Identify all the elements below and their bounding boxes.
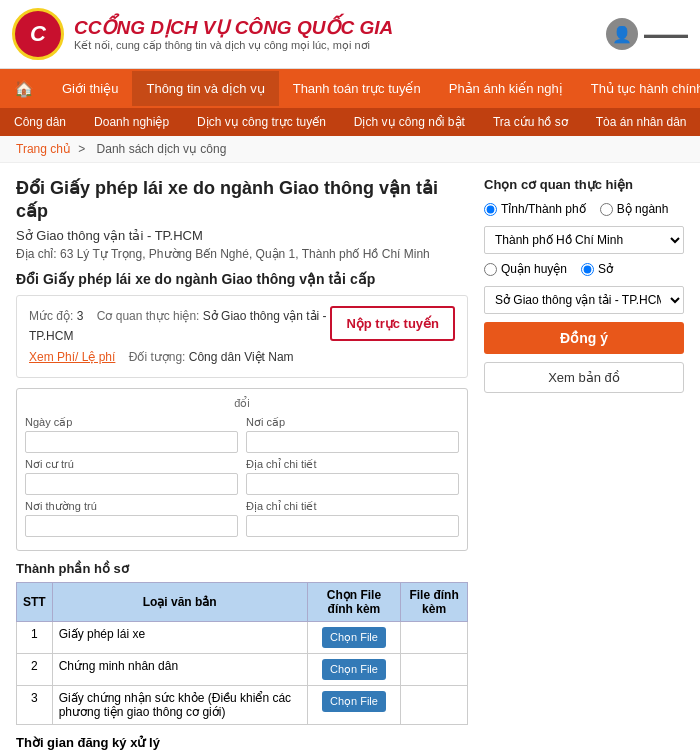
right-panel: Chọn cơ quan thực hiện Tỉnh/Thành phố Bộ… xyxy=(484,177,684,750)
nav-dich-vu-nb[interactable]: Dịch vụ công nổi bật xyxy=(340,108,479,136)
chon-file-btn-3[interactable]: Chọn File xyxy=(322,691,386,712)
nav-cong-dan[interactable]: Công dân xyxy=(0,108,80,136)
title-italic: C xyxy=(74,17,88,38)
th-loai: Loại văn bản xyxy=(52,582,307,621)
nav-primary: 🏠 Giới thiệu Thông tin và dịch vụ Thanh … xyxy=(0,69,700,108)
quan-so-group: Quận huyện Sở xyxy=(484,262,684,276)
noi-thuong-tru-field: Nơi thường trú xyxy=(25,500,238,537)
noi-cu-tru-field: Nơi cư trú xyxy=(25,458,238,495)
nav-doanh-nghiep[interactable]: Doanh nghiệp xyxy=(80,108,183,136)
date-section: Thời gian đăng ký xử lý Hãy chọn ngày đă… xyxy=(16,735,468,750)
nav-gioi-thieu[interactable]: Giới thiệu xyxy=(48,71,132,106)
radio-bo[interactable] xyxy=(600,203,613,216)
nav-tra-cuu[interactable]: Tra cứu hồ sơ xyxy=(479,108,582,136)
co-quan-label: Cơ quan thực hiện: xyxy=(97,309,200,323)
doi-tuong-value: Công dân Việt Nam xyxy=(189,350,294,364)
so-select[interactable]: Sở Giao thông vận tải - TP.HCM xyxy=(484,286,684,314)
radio-row-quan-so: Quận huyện Sở xyxy=(484,262,684,276)
muc-do-row: Mức độ: 3 Cơ quan thực hiện: Sở Giao thô… xyxy=(29,306,330,347)
site-subtitle: Kết nối, cung cấp thông tin và dịch vụ c… xyxy=(74,39,393,52)
username: ▬▬▬▬ xyxy=(644,28,688,40)
radio-quan-label[interactable]: Quận huyện xyxy=(484,262,567,276)
dia-chi-ct-field: Địa chỉ chi tiết xyxy=(246,458,459,495)
nav-toa-an[interactable]: Tòa án nhân dân xyxy=(582,108,700,136)
row3-stt: 3 xyxy=(17,685,53,724)
form-row-1: Ngày cấp Nơi cấp xyxy=(25,416,459,453)
nav-thanh-toan[interactable]: Thanh toán trực tuyến xyxy=(279,71,435,106)
row2-stt: 2 xyxy=(17,653,53,685)
main-content: Đổi Giấy phép lái xe do ngành Giao thông… xyxy=(0,163,700,750)
nav-home[interactable]: 🏠 xyxy=(0,69,48,108)
home-icon: 🏠 xyxy=(14,79,34,98)
doi-tuong-label: Đối tượng: xyxy=(129,350,186,364)
header-logo: C CCỔNG DỊCH VỤ CÔNG QUỐC GIA Kết nối, c… xyxy=(12,8,606,60)
nav-phan-anh[interactable]: Phản ánh kiến nghị xyxy=(435,71,577,106)
table-section: Thành phần hồ sơ STT Loại văn bản Chọn F… xyxy=(16,561,468,725)
row3-chon: Chọn File xyxy=(307,685,400,724)
nav-dich-vu-tt[interactable]: Dịch vụ công trực tuyến xyxy=(183,108,340,136)
chon-file-btn-2[interactable]: Chọn File xyxy=(322,659,386,680)
noi-cu-tru-input[interactable] xyxy=(25,473,238,495)
muc-do-label: Mức độ: xyxy=(29,309,73,323)
table-row: 1 Giấy phép lái xe Chọn File xyxy=(17,621,468,653)
phi-row: Xem Phí/ Lệ phí Đối tượng: Công dân Việt… xyxy=(29,347,330,367)
row3-loai: Giấy chứng nhận sức khỏe (Điều khiển các… xyxy=(52,685,307,724)
table-row: 2 Chứng minh nhân dân Chọn File xyxy=(17,653,468,685)
radio-so[interactable] xyxy=(581,263,594,276)
service-section-title: Đổi Giấy phép lái xe do ngành Giao thông… xyxy=(16,271,468,287)
muc-do-value: 3 xyxy=(77,309,84,323)
table-header-row: STT Loại văn bản Chọn File đính kèm File… xyxy=(17,582,468,621)
breadcrumb-home[interactable]: Trang chủ xyxy=(16,142,71,156)
nop-truc-tuyen-button[interactable]: Nộp trực tuyến xyxy=(330,306,455,341)
form-row-3: Nơi thường trú Địa chỉ chi tiết xyxy=(25,500,459,537)
row1-loai: Giấy phép lái xe xyxy=(52,621,307,653)
dia-chi-ct-input[interactable] xyxy=(246,473,459,495)
form-area: đổi Ngày cấp Nơi cấp Nơi cư trú Địa xyxy=(16,388,468,551)
noi-cap-field: Nơi cấp xyxy=(246,416,459,453)
row2-loai: Chứng minh nhân dân xyxy=(52,653,307,685)
noi-thuong-tru-label: Nơi thường trú xyxy=(25,500,238,513)
row1-file xyxy=(401,621,468,653)
radio-tinh-label[interactable]: Tỉnh/Thành phố xyxy=(484,202,586,216)
dia-chi-ct2-label: Địa chỉ chi tiết xyxy=(246,500,459,513)
right-panel-title: Chọn cơ quan thực hiện xyxy=(484,177,684,192)
noi-cu-tru-label: Nơi cư trú xyxy=(25,458,238,471)
nav-thu-tuc[interactable]: Thủ tục hành chính xyxy=(577,71,700,106)
table-title: Thành phần hồ sơ xyxy=(16,561,468,576)
avatar[interactable]: 👤 xyxy=(606,18,638,50)
breadcrumb-current: Danh sách dịch vụ công xyxy=(97,142,227,156)
radio-so-label[interactable]: Sở xyxy=(581,262,613,276)
breadcrumb-separator: > xyxy=(78,142,88,156)
logo-icon: C xyxy=(12,8,64,60)
header-user[interactable]: 👤 ▬▬▬▬ xyxy=(606,18,688,50)
ngay-cap-field: Ngày cấp xyxy=(25,416,238,453)
noi-cap-input[interactable] xyxy=(246,431,459,453)
xemBanDo-button[interactable]: Xem bản đồ xyxy=(484,362,684,393)
address: Địa chỉ: 63 Lý Tự Trọng, Phường Bến Nghé… xyxy=(16,247,468,261)
service-info-box: Mức độ: 3 Cơ quan thực hiện: Sở Giao thô… xyxy=(16,295,468,378)
th-file-dinh-kem: File đính kèm xyxy=(401,582,468,621)
title-text: CỔNG DỊCH VỤ CÔNG QUỐC GIA xyxy=(88,17,393,38)
nav-thong-tin[interactable]: Thông tin và dịch vụ xyxy=(132,71,278,106)
dia-chi-ct2-input[interactable] xyxy=(246,515,459,537)
radio-row-tinh-bo: Tỉnh/Thành phố Bộ ngành xyxy=(484,202,684,216)
row2-chon: Chọn File xyxy=(307,653,400,685)
form-label-doi: đổi xyxy=(25,397,459,410)
radio-tinh[interactable] xyxy=(484,203,497,216)
logo-letter: C xyxy=(30,21,46,47)
th-stt: STT xyxy=(17,582,53,621)
dia-chi-ct2-field: Địa chỉ chi tiết xyxy=(246,500,459,537)
radio-bo-label[interactable]: Bộ ngành xyxy=(600,202,669,216)
phi-link[interactable]: Xem Phí/ Lệ phí xyxy=(29,350,115,364)
dia-chi-ct-label: Địa chỉ chi tiết xyxy=(246,458,459,471)
row1-chon: Chọn File xyxy=(307,621,400,653)
tinh-select[interactable]: Thành phố Hồ Chí Minh xyxy=(484,226,684,254)
noi-cap-label: Nơi cấp xyxy=(246,416,459,429)
form-row-2: Nơi cư trú Địa chỉ chi tiết xyxy=(25,458,459,495)
noi-thuong-tru-input[interactable] xyxy=(25,515,238,537)
ngay-cap-input[interactable] xyxy=(25,431,238,453)
chon-file-btn-1[interactable]: Chọn File xyxy=(322,627,386,648)
ngay-cap-label: Ngày cấp xyxy=(25,416,238,429)
radio-quan[interactable] xyxy=(484,263,497,276)
dongY-button[interactable]: Đồng ý xyxy=(484,322,684,354)
